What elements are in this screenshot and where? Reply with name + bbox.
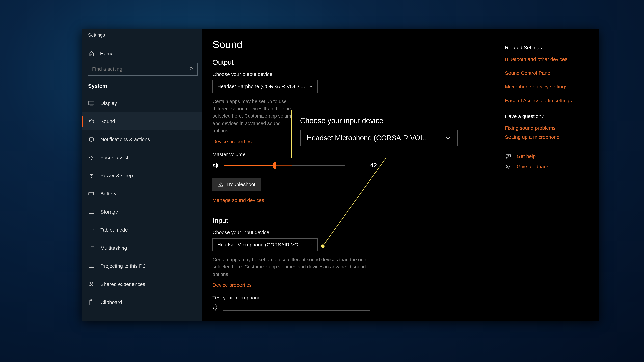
sidebar-item-label: Display [100,100,117,106]
warning-icon [218,182,223,187]
storage-icon [88,210,95,214]
sidebar-item-storage[interactable]: Storage [82,203,202,221]
link-mic-privacy[interactable]: Microphone privacy settings [505,84,592,90]
chevron-down-icon [309,84,313,89]
sidebar-item-label: Multitasking [100,245,127,251]
svg-text:?: ? [508,155,509,157]
sidebar-item-tablet-mode[interactable]: Tablet mode [82,221,202,239]
battery-icon [88,192,95,196]
link-fixing-sound[interactable]: Fixing sound problems [505,125,592,131]
multitasking-icon [88,246,95,250]
microphone-icon [212,304,218,311]
chevron-down-icon [309,243,313,247]
focus-assist-icon [88,155,95,160]
mic-level-bar [222,310,370,311]
feedback-row[interactable]: Give feedback [505,164,592,169]
sidebar-item-label: Clipboard [100,300,122,305]
power-icon [88,173,95,178]
feedback-icon [505,164,512,169]
output-device-properties-link[interactable]: Device properties [212,139,252,144]
svg-rect-11 [88,192,94,195]
home-label: Home [100,51,114,56]
svg-line-5 [192,70,194,71]
svg-rect-6 [89,101,94,105]
callout-input-device-value: Headset Microphone (CORSAIR VOI... [307,134,444,142]
sidebar-item-label: Notifications & actions [100,137,150,142]
sidebar-item-label: Sound [100,118,115,124]
sidebar-item-label: Battery [100,191,116,197]
input-choose-label: Choose your input device [212,230,589,235]
link-sound-control-panel[interactable]: Sound Control Panel [505,70,592,76]
speaker-icon[interactable] [212,162,219,169]
link-bluetooth[interactable]: Bluetooth and other devices [505,56,592,62]
callout-title: Choose your input device [300,116,488,125]
right-panel: Related Settings Bluetooth and other dev… [505,45,592,174]
output-device-value: Headset Earphone (CORSAIR VOID P... [217,84,309,89]
troubleshoot-button[interactable]: Troubleshoot [212,178,261,191]
sidebar-item-sound[interactable]: Sound [82,112,202,130]
callout-highlight: Choose your input device Headset Microph… [291,110,498,158]
sidebar-item-shared-exp[interactable]: Shared experiences [82,275,202,293]
sidebar-item-focus-assist[interactable]: Focus assist [82,148,202,167]
search-wrap [82,60,202,78]
search-input[interactable] [88,62,198,76]
main-content: Sound Output Choose your output device H… [202,29,599,321]
sidebar-item-display[interactable]: Display [82,94,202,112]
sidebar-item-clipboard[interactable]: Clipboard [82,293,202,311]
sidebar-item-projecting[interactable]: Projecting to this PC [82,257,202,275]
sidebar-item-label: Power & sleep [100,173,133,178]
svg-point-27 [220,185,221,186]
sidebar-item-multitasking[interactable]: Multitasking [82,239,202,257]
test-mic-label: Test your microphone [212,295,589,301]
section-header: System [82,78,202,94]
link-setup-mic[interactable]: Setting up a microphone [505,134,592,140]
link-ease-of-access[interactable]: Ease of Access audio settings [505,98,592,103]
svg-rect-12 [94,193,94,194]
input-device-dropdown[interactable]: Headset Microphone (CORSAIR VOI... [212,238,318,251]
sidebar-item-label: Projecting to this PC [100,263,146,269]
volume-slider[interactable] [224,165,345,166]
svg-point-4 [190,67,192,70]
sidebar-item-power-sleep[interactable]: Power & sleep [82,167,202,185]
chevron-down-icon [444,135,451,141]
have-question-header: Have a question? [505,113,592,119]
svg-rect-17 [89,247,92,250]
callout-input-device-dropdown[interactable]: Headset Microphone (CORSAIR VOI... [300,130,458,146]
app-title: Settings [82,29,202,37]
svg-rect-24 [90,300,93,305]
sidebar-item-notifications[interactable]: Notifications & actions [82,130,202,148]
manage-sound-devices-link[interactable]: Manage sound devices [212,197,264,203]
help-icon: ? [505,154,512,159]
svg-rect-18 [91,246,94,249]
sidebar: Settings Home System Display Sound Notif… [82,29,202,321]
svg-point-31 [506,165,508,167]
svg-rect-8 [90,138,94,141]
search-icon [189,66,194,71]
input-device-value: Headset Microphone (CORSAIR VOI... [217,242,309,248]
home-icon [88,51,95,56]
output-hint: Certain apps may be set up to use differ… [212,98,296,134]
notifications-icon [88,137,95,142]
feedback-label: Give feedback [517,164,549,169]
sidebar-item-label: Tablet mode [100,227,128,233]
display-icon [88,101,95,106]
sidebar-item-battery[interactable]: Battery [82,185,202,203]
input-hint: Certain apps may be set up to use differ… [212,256,380,278]
sound-icon [88,118,95,124]
svg-rect-28 [214,305,216,308]
sidebar-item-label: Focus assist [100,155,128,160]
input-heading: Input [212,217,589,225]
troubleshoot-label: Troubleshoot [226,182,256,187]
output-device-dropdown[interactable]: Headset Earphone (CORSAIR VOID P... [212,80,318,93]
get-help-row[interactable]: ? Get help [505,153,592,159]
tablet-icon [88,228,95,232]
home-nav[interactable]: Home [82,47,202,60]
volume-value: 42 [370,162,377,169]
input-device-properties-link[interactable]: Device properties [212,282,252,288]
clipboard-icon [88,300,95,305]
projecting-icon [88,264,95,268]
shared-exp-icon [88,282,95,287]
get-help-label: Get help [517,153,536,159]
test-mic-row [212,304,589,311]
svg-point-14 [93,212,93,212]
